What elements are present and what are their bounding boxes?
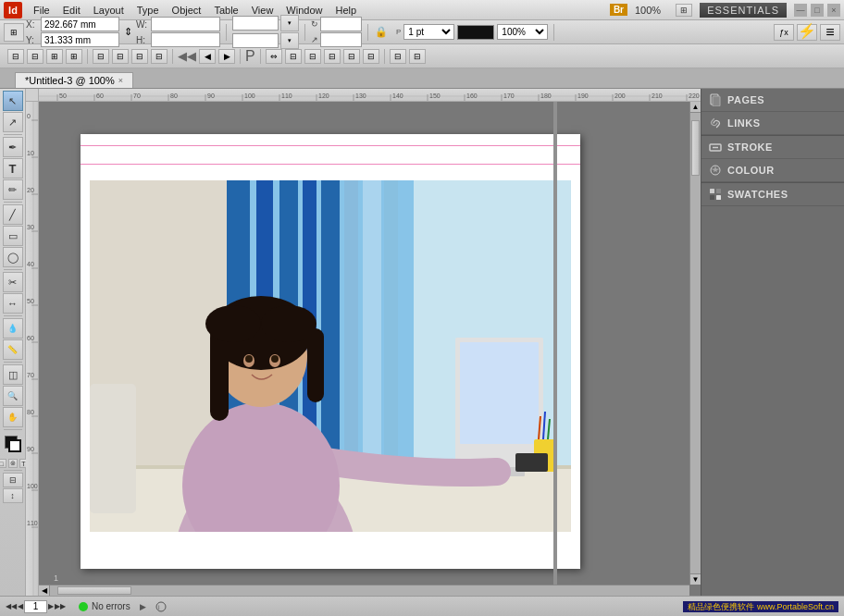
tb2-line-v[interactable]: ⊟ — [409, 49, 426, 64]
tb2-justify-all[interactable]: ⊟ — [363, 49, 379, 64]
tb2-btn6[interactable]: ⊟ — [112, 49, 129, 64]
tool-pen[interactable]: ✒ — [3, 137, 23, 157]
close-button[interactable]: × — [827, 4, 840, 17]
photo-frame[interactable] — [90, 180, 571, 532]
fill-stroke-box[interactable] — [3, 434, 23, 454]
tool-eyedropper[interactable]: 💧 — [3, 318, 23, 339]
y-input[interactable] — [41, 32, 119, 47]
tb2-btn3[interactable]: ⊞ — [46, 49, 63, 64]
stroke-style-select[interactable]: 100% — [497, 24, 548, 40]
formula-btn[interactable]: ƒx — [774, 24, 794, 41]
tool-free-transform[interactable]: ↔ — [3, 293, 23, 314]
scroll-v-down-btn[interactable]: ▼ — [690, 573, 701, 585]
normal-mode-btn[interactable]: □ — [0, 459, 6, 468]
error-details-btn[interactable]: ▶ — [140, 602, 146, 611]
lock-icon[interactable]: 🔒 — [374, 25, 389, 40]
tb2-justify[interactable]: ⊟ — [343, 49, 360, 64]
svg-point-88 — [205, 305, 261, 342]
transform-mode-btn[interactable]: ⊞ — [4, 23, 24, 42]
panel-item-stroke[interactable]: STROKE — [701, 136, 844, 159]
panel-item-swatches[interactable]: SWATCHES — [701, 183, 844, 206]
scale-v-input[interactable] — [232, 33, 279, 48]
maximize-button[interactable]: □ — [811, 4, 824, 17]
tool-pencil[interactable]: ✏ — [3, 179, 23, 200]
lightning-btn[interactable]: ⚡ — [797, 24, 817, 41]
menu-object[interactable]: Object — [167, 3, 207, 18]
tool-type[interactable]: T — [3, 158, 23, 179]
nav-first-btn[interactable]: ◀◀ — [6, 602, 17, 610]
tab-close-btn[interactable]: × — [118, 76, 123, 85]
tool-ellipse[interactable]: ◯ — [3, 247, 23, 267]
scrollbar-vertical[interactable]: ▲ ▼ — [689, 102, 701, 585]
tool-select[interactable]: ↖ — [3, 91, 23, 111]
nav-next-btn[interactable]: ▶ — [48, 602, 54, 610]
rotation-input[interactable] — [320, 17, 362, 31]
tool-zoom[interactable]: 🔍 — [3, 386, 23, 406]
grid-toggle[interactable]: ⊞ — [676, 4, 692, 17]
tb2-arrow-r[interactable]: ▶ — [218, 49, 235, 64]
tb2-align-l[interactable]: ⊟ — [285, 49, 302, 64]
panel-item-links[interactable]: LINKS — [701, 112, 844, 135]
tb2-btn1[interactable]: ⊟ — [7, 49, 24, 64]
stroke-color-box[interactable] — [457, 25, 494, 40]
tb2-btn7[interactable]: ⊟ — [131, 49, 148, 64]
menu-edit[interactable]: Edit — [57, 3, 86, 18]
minimize-button[interactable]: — — [794, 4, 807, 17]
page-number-input[interactable]: 1 — [24, 600, 47, 613]
screen-mode-btn[interactable]: ↕ — [3, 488, 23, 503]
tool-direct-select[interactable]: ↗ — [3, 112, 23, 132]
tool-rectangle[interactable]: ▭ — [3, 226, 23, 246]
tb2-align-c[interactable]: ⊟ — [304, 49, 321, 64]
tb2-arrow-l[interactable]: ◀ — [199, 49, 216, 64]
panel-drag-handle[interactable] — [553, 102, 557, 585]
tool-line[interactable]: ╱ — [3, 204, 23, 225]
tool-measure[interactable]: 📏 — [3, 339, 23, 360]
menu-type[interactable]: Type — [131, 3, 165, 18]
stroke-weight-select[interactable]: 1 pt — [403, 24, 454, 40]
stroke-box[interactable] — [8, 439, 21, 452]
tb2-arrows-left[interactable]: ◀◀ — [178, 49, 196, 63]
menu-file[interactable]: File — [28, 3, 56, 18]
container-mode-btn[interactable]: ⊚ — [8, 459, 18, 468]
bridge-button[interactable]: Br — [610, 4, 627, 16]
tb2-align-r[interactable]: ⊟ — [324, 49, 341, 64]
shear-input[interactable] — [320, 32, 362, 47]
menu-layout[interactable]: Layout — [88, 3, 130, 18]
panel-item-colour[interactable]: COLOUR — [701, 159, 844, 182]
svg-rect-107 — [716, 195, 721, 200]
panel-item-pages[interactable]: PAGES — [701, 89, 844, 112]
scroll-v-thumb[interactable] — [691, 120, 700, 176]
nav-last-btn[interactable]: ▶▶ — [55, 602, 66, 610]
preflight-btn[interactable]: i — [155, 601, 167, 612]
zoom-display[interactable]: 100% — [635, 5, 661, 16]
tool-hand[interactable]: ✋ — [3, 407, 23, 427]
scale-h-arrow[interactable]: ▾ — [280, 15, 299, 31]
scale-v-arrow[interactable]: ▾ — [280, 32, 299, 49]
view-mode-btn[interactable]: ⊟ — [3, 473, 23, 487]
scale-section: ▾ ▾ — [232, 15, 299, 49]
tb2-btn4[interactable]: ⊞ — [66, 49, 82, 64]
scroll-h-thumb[interactable] — [57, 586, 131, 595]
scale-h-input[interactable] — [232, 16, 279, 31]
sep-4 — [553, 24, 554, 41]
x-input[interactable] — [41, 17, 119, 31]
w-input[interactable] — [151, 17, 220, 31]
essentials-label[interactable]: ESSENTIALS — [700, 3, 787, 18]
tb2-btn8[interactable]: ⊟ — [151, 49, 168, 64]
tb2-line-h[interactable]: ⊟ — [390, 49, 406, 64]
scrollbar-horizontal[interactable]: ◀ ▶ — [39, 585, 689, 596]
scroll-h-left-btn[interactable]: ◀ — [39, 585, 50, 596]
menu-btn[interactable]: ≡ — [820, 24, 840, 41]
svg-text:200: 200 — [614, 92, 626, 99]
tb2-btn2[interactable]: ⊟ — [27, 49, 43, 64]
tb2-btn5[interactable]: ⊟ — [93, 49, 109, 64]
h-input[interactable] — [151, 32, 220, 47]
nav-prev-btn[interactable]: ◀ — [18, 602, 23, 610]
menu-help[interactable]: Help — [329, 3, 362, 18]
scroll-v-up-btn[interactable]: ▲ — [690, 102, 701, 113]
tb2-chain[interactable]: ⇔ — [266, 49, 282, 64]
tool-gradient[interactable]: ◫ — [3, 364, 23, 385]
xy-section: X: Y: — [26, 17, 119, 47]
document-tab[interactable]: *Untitled-3 @ 100% × — [15, 72, 133, 88]
tool-scissors[interactable]: ✂ — [3, 272, 23, 292]
